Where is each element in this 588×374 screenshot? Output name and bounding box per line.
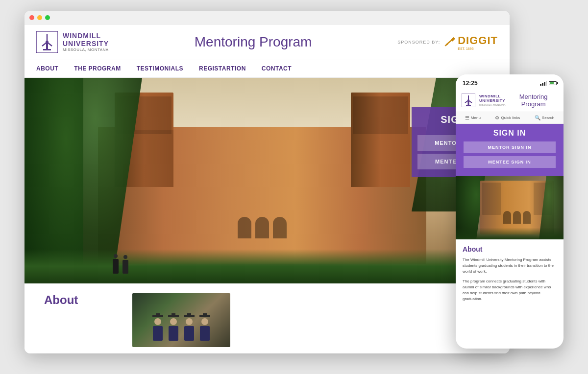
diggit-icon (444, 37, 456, 47)
mobile-windmill-icon (462, 94, 475, 107)
mobile-university-line2: UNIVERSITY (479, 99, 505, 103)
diggit-est: EST. 1895 (458, 47, 498, 50)
svg-rect-11 (542, 83, 543, 86)
site-nav: ABOUT THE PROGRAM TESTIMONIALS REGISTART… (24, 60, 510, 78)
university-name-line1: WINDMILL (63, 32, 109, 40)
svg-point-19 (467, 99, 469, 101)
signal-icon (540, 81, 547, 86)
about-section: About (24, 283, 510, 353)
mobile-header: WINDMILL UNIVERSITY MISSOULA, MONTANA Me… (456, 89, 564, 112)
svg-rect-10 (540, 84, 541, 86)
mobile-status-icons (540, 81, 557, 86)
svg-rect-12 (544, 82, 545, 86)
sponsor-area: SPONSORED BY: DIGGIT EST (397, 34, 498, 50)
mobile-status-bar: 12:25 (456, 74, 564, 89)
hero-section: SIGN IN MENTOR SIGN IN MENTEE SIGN IN (24, 78, 510, 283)
building-illustration (98, 93, 426, 264)
mobile-mentee-signin-button[interactable]: MENTEE SIGN IN (464, 156, 556, 168)
about-title: About (44, 293, 118, 307)
expand-dot[interactable] (45, 15, 50, 20)
menu-label: Menu (471, 116, 481, 120)
mobile-search-item[interactable]: 🔍 Search (535, 115, 554, 120)
close-dot[interactable] (29, 15, 34, 20)
svg-rect-20 (466, 105, 471, 106)
mobile-logo-text: WINDMILL UNIVERSITY MISSOULA, MONTANA (479, 94, 505, 106)
mobile-about-text2: The program connects graduating students… (463, 279, 557, 302)
mobile-hero (456, 176, 564, 239)
mobile-about-title: About (463, 245, 557, 253)
university-name-line2: UNIVERSITY (63, 40, 109, 47)
mobile-toolbar: ☰ Menu ⚙ Quick links 🔍 Search (456, 112, 564, 124)
svg-rect-13 (546, 81, 547, 86)
mobile-menu-item[interactable]: ☰ Menu (465, 115, 481, 120)
logo-area: WINDMILL UNIVERSITY MISSOULA, MONTANA (36, 31, 109, 53)
nav-registration[interactable]: REGISTARTION (199, 65, 246, 72)
nav-testimonials[interactable]: TESTIMONIALS (137, 65, 183, 72)
mobile-site-title: Mentoring Program (509, 93, 558, 108)
diggit-logo: DIGGIT EST. 1895 (444, 34, 498, 50)
about-photo (132, 293, 230, 347)
site-title: Mentoring Program (109, 34, 397, 50)
nav-the-program[interactable]: THE PROGRAM (74, 65, 121, 72)
mobile-mentor-signin-button[interactable]: MENTOR SIGN IN (464, 141, 556, 153)
sponsored-by-label: SPONSORED BY: (397, 40, 440, 45)
mobile-about-text1: The Windmill University Mentoring Progra… (463, 257, 557, 275)
browser-bar (24, 11, 510, 24)
mobile-signin-title: SIGN IN (464, 129, 556, 138)
diggit-brand-name: DIGGIT (458, 34, 498, 47)
battery-icon (549, 81, 557, 85)
mobile-quick-links-item[interactable]: ⚙ Quick links (495, 115, 520, 120)
minimize-dot[interactable] (37, 15, 42, 20)
gear-icon: ⚙ (495, 115, 499, 120)
mobile-signin-section: SIGN IN MENTOR SIGN IN MENTEE SIGN IN (456, 124, 564, 176)
graduation-photo (151, 318, 212, 347)
search-icon: 🔍 (535, 115, 540, 120)
desktop-mockup: WINDMILL UNIVERSITY MISSOULA, MONTANA Me… (24, 11, 510, 353)
university-location: MISSOULA, MONTANA (63, 47, 109, 52)
mobile-about-section: About The Windmill University Mentoring … (456, 239, 564, 312)
people-silhouettes (113, 259, 128, 274)
nav-contact[interactable]: CONTACT (262, 65, 292, 72)
windmill-logo-icon (36, 31, 58, 53)
nav-about[interactable]: ABOUT (36, 65, 58, 72)
logo-text: WINDMILL UNIVERSITY MISSOULA, MONTANA (63, 32, 109, 52)
quick-links-label: Quick links (501, 116, 520, 120)
svg-point-5 (46, 41, 49, 44)
menu-icon: ☰ (465, 115, 469, 120)
search-label: Search (542, 116, 554, 120)
mobile-hero-ground (456, 228, 564, 239)
mobile-time: 12:25 (463, 80, 478, 87)
mobile-location: MISSOULA, MONTANA (479, 103, 505, 106)
mobile-mockup: 12:25 (456, 74, 564, 349)
svg-rect-6 (43, 49, 51, 50)
site-header: WINDMILL UNIVERSITY MISSOULA, MONTANA Me… (24, 24, 510, 60)
desktop-content: WINDMILL UNIVERSITY MISSOULA, MONTANA Me… (24, 24, 510, 353)
tree-bottom (24, 249, 510, 283)
